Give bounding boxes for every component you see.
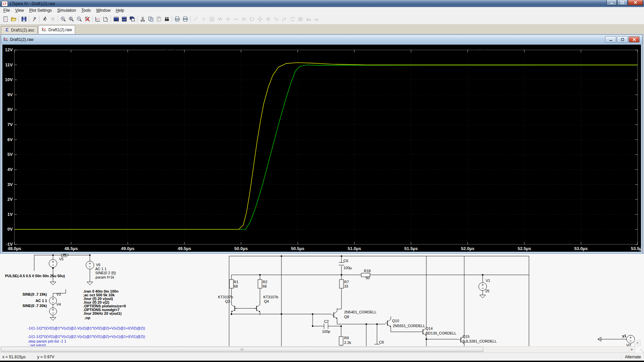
schematic-label: V6 — [96, 263, 100, 267]
waveform-plot: 48.0µs48.5µs49.0µs49.5µs50.0µs50.5µs51.0… — [2, 45, 641, 252]
tab-draft1-2-raw[interactable]: Draft1(2).raw — [38, 25, 75, 34]
schematic-label: R9 — [344, 336, 349, 340]
run-button[interactable] — [41, 15, 49, 23]
minimize-button[interactable] — [606, 0, 617, 5]
schematic-label: R18 — [364, 269, 371, 273]
hscrollbar-thumb[interactable]: III — [1, 347, 483, 352]
schematic-label: AC 1 1 — [95, 267, 107, 271]
schematic-hscrollbar[interactable]: III — [0, 346, 629, 353]
trace-V(out2) — [14, 63, 638, 230]
schematic-label: R1 — [234, 280, 238, 284]
open-button[interactable] — [9, 15, 17, 23]
schematic-label: V1 — [486, 279, 490, 283]
capacitor-button — [224, 15, 232, 23]
schematic-label: 50 — [366, 276, 370, 280]
waveform-window-title: Draft1(2).raw — [10, 37, 34, 42]
window-titlebar: LT LTspice IV - Draft1(2).raw — [0, 0, 644, 7]
print-button[interactable] — [181, 15, 189, 23]
plot-restore-button[interactable] — [617, 36, 628, 43]
find-button[interactable] — [163, 15, 171, 23]
svg-text:7V: 7V — [7, 122, 13, 127]
schematic-label: SINE(0 .7 20k) — [22, 304, 47, 308]
hscroll-right-button[interactable]: ▶ — [629, 346, 635, 353]
waveform-window-titlebar[interactable]: Draft1(2).raw — [1, 35, 642, 44]
schematic-label: V4 — [56, 302, 61, 306]
tab-draft1-2-asc[interactable]: Draft1(2).asc — [1, 26, 38, 34]
cut-button[interactable] — [139, 15, 147, 23]
zoom-extents-button[interactable] — [83, 15, 91, 23]
toolbar: Aa.op — [0, 14, 644, 24]
menu-plot-settings[interactable]: Plot Settings — [26, 7, 54, 14]
undo-button — [272, 15, 280, 23]
schematic-label: SINE(0 .7 19k) — [22, 292, 47, 296]
tile-vertical-button[interactable] — [112, 15, 120, 23]
window-caption-buttons — [606, 0, 643, 5]
schematic-label: 2N5551_CORDELL — [393, 324, 425, 328]
plot-minimize-button[interactable] — [605, 36, 616, 43]
waveform-tab-icon — [42, 27, 47, 33]
trace-label-vout[interactable]: V(out) — [163, 45, 176, 50]
menu-view[interactable]: View — [12, 7, 26, 14]
schematic-label: AC 1 1 — [36, 299, 47, 303]
drag-button — [264, 15, 272, 23]
print-preview-button[interactable] — [173, 15, 181, 23]
halt-button — [49, 15, 57, 23]
autorange-button[interactable] — [94, 15, 102, 23]
schematic-label: .param f=1k — [95, 275, 114, 279]
move-button — [256, 15, 264, 23]
svg-text:51.0µs: 51.0µs — [347, 246, 361, 251]
zoom-box-button[interactable] — [67, 15, 75, 23]
schematic-tab-icon — [4, 27, 9, 33]
trace-V(out) — [14, 65, 638, 230]
redo-button — [280, 15, 288, 23]
manual-limits-button[interactable] — [102, 15, 110, 23]
svg-text:6V: 6V — [7, 137, 13, 142]
window-title: LTspice IV - Draft1(2).raw — [10, 1, 55, 6]
cascade-button[interactable] — [128, 15, 136, 23]
spice-directive-button: .op — [312, 15, 320, 23]
menu-window[interactable]: Window — [94, 7, 113, 14]
svg-text:48.5µs: 48.5µs — [64, 246, 78, 251]
svg-text:51.5µs: 51.5µs — [404, 246, 418, 251]
maximize-button[interactable] — [617, 0, 628, 5]
zoom-out-button[interactable] — [75, 15, 83, 23]
svg-text:49.0µs: 49.0µs — [121, 246, 135, 251]
resize-grip — [642, 351, 643, 351]
copy-button[interactable] — [147, 15, 155, 23]
solver-mode: Alternate — [621, 355, 641, 359]
zoom-in-button[interactable] — [59, 15, 67, 23]
plot-close-button[interactable] — [629, 36, 640, 43]
schematic-label: NJL3281_CORDELL — [463, 339, 497, 343]
taskbar-edge — [0, 361, 644, 362]
menu-help[interactable]: Help — [113, 7, 127, 14]
trace-label-vout2[interactable]: V(out2) — [470, 45, 485, 50]
svg-text:.op: .op — [314, 18, 318, 21]
toolbar-separator — [39, 16, 40, 22]
text-button: Aa — [304, 15, 312, 23]
close-button[interactable] — [628, 0, 643, 5]
waveform-window: Draft1(2).raw 48.0µs48.5µs49.0µs49.5µs50… — [1, 35, 643, 253]
control-panel-button[interactable] — [30, 15, 38, 23]
toolbar-separator — [92, 16, 93, 22]
label-net-button — [208, 15, 216, 23]
wire-button — [192, 15, 200, 23]
waveform-plot-canvas[interactable]: 48.0µs48.5µs49.0µs49.5µs50.0µs50.5µs51.0… — [2, 45, 641, 252]
menu-file[interactable]: File — [1, 7, 12, 14]
waveform-window-buttons — [605, 36, 640, 43]
schematic-label: 68 — [234, 284, 238, 288]
new-schematic-button[interactable] — [1, 15, 9, 23]
tile-horizontal-button[interactable] — [120, 15, 128, 23]
schematic-pane[interactable]: PULSE(-0.5 0.5 0 50n 50n 25u 50u)V5INV6A… — [0, 253, 644, 353]
menu-tools[interactable]: Tools — [79, 7, 94, 14]
svg-text:2V: 2V — [7, 197, 13, 202]
svg-text:11V: 11V — [5, 62, 13, 67]
menu-simulation[interactable]: Simulation — [55, 7, 79, 14]
svg-text:1V: 1V — [7, 212, 13, 217]
schematic-label: C6 — [343, 259, 348, 263]
svg-text:5V: 5V — [7, 152, 13, 157]
menu-bar: FileViewPlot SettingsSimulationToolsWind… — [0, 7, 644, 14]
save-button[interactable] — [20, 15, 28, 23]
vscroll-down-button[interactable]: ▼ — [634, 340, 641, 346]
cursor-y-readout: y = 0.97V — [37, 355, 54, 359]
schematic-label: Q8 — [344, 315, 349, 319]
